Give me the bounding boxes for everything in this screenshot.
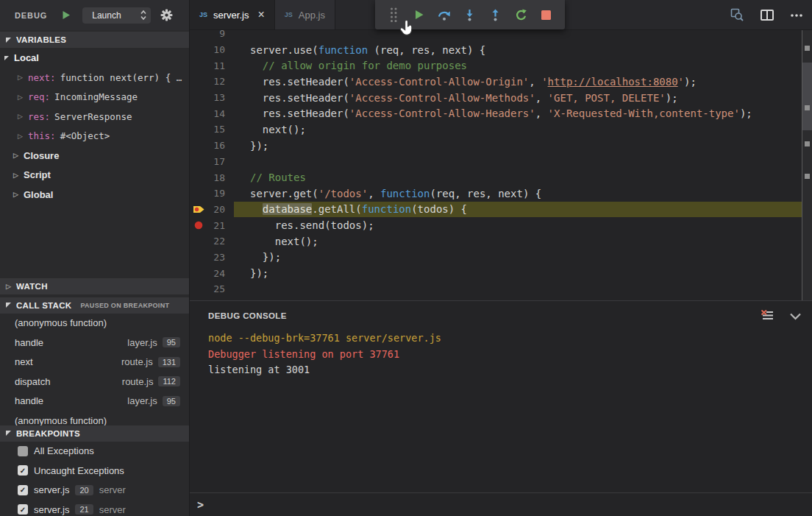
scope-row-global[interactable]: ▷Global	[0, 185, 189, 205]
code-text: server.get('/todos', function(req, res, …	[234, 185, 802, 202]
variable-row[interactable]: ▷this:#<Object>	[0, 127, 189, 146]
code-line-11[interactable]: 11 // allow origin for demo purposes	[190, 57, 802, 74]
code-line-12[interactable]: 12 res.setHeader('Access-Control-Allow-O…	[190, 74, 802, 90]
code-line-18[interactable]: 18// Routes	[190, 169, 802, 185]
stack-frame[interactable]: (anonymous function)	[0, 314, 189, 333]
breakpoint-row[interactable]: ✓Uncaught Exceptions	[0, 461, 189, 481]
breakpoint-row[interactable]: All Exceptions	[0, 442, 189, 462]
variable-row[interactable]: ▷req:IncomingMessage	[0, 88, 189, 107]
code-text: // Routes	[234, 169, 802, 185]
code-lines: 910server.use(function (req, res, next) …	[190, 30, 802, 297]
stack-frame[interactable]: handlelayer.js95	[0, 333, 189, 353]
current-line-icon[interactable]	[190, 205, 207, 214]
variable-row[interactable]: ▷res:ServerResponse	[0, 107, 189, 127]
split-editor-icon[interactable]	[761, 10, 774, 21]
close-icon[interactable]: ×	[257, 9, 264, 21]
step-into-button[interactable]	[460, 4, 480, 26]
scope-local-label: Local	[14, 52, 39, 63]
token: next();	[250, 124, 306, 135]
stack-frame[interactable]: (anonymous function)	[0, 411, 189, 425]
chevron-right-icon[interactable]: ▷	[18, 113, 28, 120]
editor-scrollbar[interactable]	[802, 30, 812, 300]
stop-button[interactable]	[537, 4, 556, 26]
tab-server.js[interactable]: JSserver.js×	[190, 0, 275, 29]
token: ,	[529, 76, 541, 88]
code-line-10[interactable]: 10server.use(function (req, res, next) {	[190, 42, 802, 58]
breakpoint-checkbox[interactable]	[18, 446, 28, 456]
breakpoints-list: All Exceptions✓Uncaught Exceptions✓serve…	[0, 442, 189, 516]
code-line-15[interactable]: 15 next();	[190, 121, 802, 138]
watch-header-label: WATCH	[16, 282, 48, 291]
code-line-14[interactable]: 14 res.setHeader('Access-Control-Allow-H…	[190, 105, 802, 121]
clear-console-icon[interactable]	[761, 310, 774, 322]
breakpoints-section-header[interactable]: BREAKPOINTS	[0, 425, 189, 442]
breakpoint-row[interactable]: ✓server.js21server	[0, 500, 189, 516]
collapse-panel-icon[interactable]	[789, 312, 802, 320]
token: });	[250, 251, 281, 263]
open-preview-icon[interactable]	[730, 8, 744, 22]
continue-button[interactable]	[410, 4, 429, 26]
code-line-24[interactable]: 24});	[190, 265, 802, 281]
chevron-right-icon[interactable]: ▷	[13, 172, 24, 179]
code-line-20[interactable]: 20 database.getAll(function(todos) {	[190, 202, 802, 218]
variable-row[interactable]: ▷next:function next(err) { …	[0, 68, 189, 88]
step-over-button[interactable]	[435, 4, 454, 26]
editor-title-actions	[730, 0, 803, 30]
watch-section-header[interactable]: ▷ WATCH	[0, 278, 189, 294]
scope-row-script[interactable]: ▷Script	[0, 166, 189, 185]
variable-name: this:	[28, 130, 56, 141]
token: );	[666, 92, 678, 104]
chevron-right-icon[interactable]: ▷	[18, 93, 28, 101]
line-number: 15	[207, 124, 225, 135]
code-line-22[interactable]: 22 next();	[190, 233, 802, 250]
line-number: 21	[207, 220, 225, 231]
chevron-right-icon[interactable]: ▷	[18, 132, 28, 140]
gear-icon[interactable]	[160, 9, 173, 21]
scope-row-closure[interactable]: ▷Closure	[0, 146, 189, 166]
breakpoint-checkbox[interactable]: ✓	[18, 485, 28, 495]
code-line-19[interactable]: 19server.get('/todos', function(req, res…	[190, 185, 802, 202]
stack-frame[interactable]: nextroute.js131	[0, 353, 189, 372]
line-number: 12	[207, 76, 225, 87]
frame-name: handle	[15, 337, 127, 348]
console-prompt: >	[197, 498, 204, 512]
breakpoint-checkbox[interactable]: ✓	[18, 504, 28, 515]
breakpoint-row[interactable]: ✓server.js20server	[0, 481, 189, 501]
code-line-9[interactable]: 9	[190, 30, 802, 42]
drag-handle[interactable]	[384, 4, 403, 26]
breakpoint-checkbox[interactable]: ✓	[18, 465, 28, 476]
scrollbar-thumb[interactable]	[802, 63, 812, 130]
breakpoint-icon[interactable]	[190, 221, 207, 230]
code-line-23[interactable]: 23 });	[190, 250, 802, 266]
console-input[interactable]: >	[190, 492, 812, 516]
chevron-right-icon[interactable]: ▷	[13, 152, 24, 159]
step-out-button[interactable]	[486, 4, 505, 26]
call-stack-header-label: CALL STACK	[16, 301, 71, 310]
code-editor[interactable]: 910server.use(function (req, res, next) …	[190, 30, 812, 300]
code-line-16[interactable]: 16});	[190, 138, 802, 154]
line-number: 24	[207, 268, 225, 279]
line-number: 19	[207, 188, 225, 199]
stack-frame[interactable]: handlelayer.js95	[0, 392, 189, 411]
code-line-17[interactable]: 17	[190, 154, 802, 170]
more-actions-icon[interactable]	[790, 13, 803, 18]
frame-file: layer.js	[127, 337, 157, 348]
call-stack-section-header[interactable]: CALL STACK PAUSED ON BREAKPOINT	[0, 297, 189, 314]
breakpoint-condition: server	[99, 504, 126, 515]
code-text: next();	[234, 233, 802, 250]
token: 'Access-Control-Allow-Headers'	[349, 107, 535, 119]
code-line-13[interactable]: 13 res.setHeader('Access-Control-Allow-M…	[190, 90, 802, 106]
tab-App.js[interactable]: JSApp.js	[275, 0, 335, 29]
code-text	[234, 30, 802, 42]
code-line-25[interactable]: 25	[190, 281, 802, 297]
stack-frame[interactable]: dispatchroute.js112	[0, 372, 189, 392]
restart-button[interactable]	[511, 4, 530, 26]
chevron-right-icon[interactable]: ▷	[18, 74, 28, 81]
token: ,	[368, 188, 380, 199]
chevron-right-icon[interactable]: ▷	[13, 191, 24, 198]
variables-section-header[interactable]: VARIABLES	[0, 32, 189, 48]
start-debug-icon[interactable]	[62, 10, 71, 20]
launch-config-select[interactable]: Launch	[82, 7, 151, 24]
scope-local-row[interactable]: Local	[0, 48, 189, 68]
code-line-21[interactable]: 21 res.send(todos);	[190, 217, 802, 233]
